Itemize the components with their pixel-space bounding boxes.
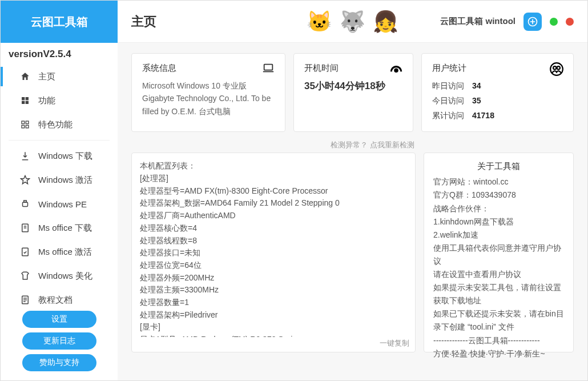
nav-label: 功能: [38, 95, 55, 106]
stats-label: 昨日访问: [432, 79, 472, 93]
changelog-button[interactable]: 更新日志: [22, 332, 96, 350]
version-label: versionV2.5.4: [1, 43, 118, 65]
support-button[interactable]: 赞助与支持: [22, 354, 96, 371]
tool-label: 教程文档: [38, 295, 73, 306]
stats-row-today: 今日访问35: [432, 94, 563, 108]
users-icon: [549, 62, 564, 77]
minimize-button[interactable]: [550, 18, 558, 26]
brand-label: 云图工具箱 wintool: [440, 16, 515, 27]
svg-rect-3: [26, 101, 29, 104]
boot-value: 35小时44分钟18秒: [304, 79, 402, 93]
stats-label: 今日访问: [432, 94, 472, 108]
shirt-icon: [19, 270, 31, 282]
svg-rect-8: [23, 202, 28, 207]
redetect-link[interactable]: 点我重新检测: [370, 141, 414, 149]
stats-row-yesterday: 昨日访问34: [432, 79, 563, 93]
svg-rect-11: [22, 248, 29, 256]
divider: [9, 140, 110, 141]
file-text-icon: [19, 294, 31, 306]
home-icon: [19, 70, 31, 83]
sidebar-title: 云图工具箱: [1, 1, 118, 43]
close-button[interactable]: [566, 18, 574, 26]
stats-value: 35: [472, 94, 481, 108]
svg-point-18: [557, 66, 560, 69]
tool-label: Windows 美化: [38, 271, 92, 282]
apps-icon: [19, 118, 31, 131]
page-title: 主页: [131, 13, 156, 30]
mascot-2-icon: 🐺: [337, 6, 369, 38]
config-box: 本机配置列表： [处理器] 处理器型号=AMD FX(tm)-8300 Eigh…: [131, 153, 416, 352]
copy-button[interactable]: 一键复制: [380, 338, 409, 348]
nav-label: 主页: [38, 71, 55, 82]
topbar-right: 云图工具箱 wintool: [440, 13, 574, 31]
tool-windows-beautify[interactable]: Windows 美化: [1, 264, 118, 288]
svg-rect-2: [22, 101, 25, 104]
mascot-3-icon: 👧: [370, 6, 402, 38]
stats-label: 累计访问: [432, 109, 472, 123]
nav-features[interactable]: 功能: [1, 89, 118, 113]
svg-rect-4: [22, 121, 25, 124]
sidebar: 云图工具箱 versionV2.5.4 主页 功能 特色功能 Windows 下…: [1, 1, 118, 381]
tool-office-activate[interactable]: Ms office 激活: [1, 240, 118, 264]
tool-label: Ms office 激活: [38, 247, 92, 258]
nav-label: 特色功能: [38, 119, 73, 130]
svg-rect-5: [26, 121, 29, 124]
config-text[interactable]: 本机配置列表： [处理器] 处理器型号=AMD FX(tm)-8300 Eigh…: [140, 160, 407, 337]
grid-icon: [19, 94, 31, 107]
settings-button[interactable]: 设置: [22, 311, 96, 328]
detect-label: 检测异常？: [331, 141, 368, 149]
brand-icon: [523, 13, 542, 31]
tool-label: Windows 下载: [38, 151, 92, 162]
tool-office-download[interactable]: Ms office 下载: [1, 216, 118, 240]
about-box: 关于工具箱 官方网站：wintool.cc 官方Q群：1093439078 战略…: [424, 153, 574, 352]
boot-card: 开机时间 35小时44分钟18秒: [293, 53, 413, 132]
nav-special[interactable]: 特色功能: [1, 113, 118, 137]
download-icon: [19, 150, 31, 162]
stats-value: 41718: [472, 109, 494, 123]
svg-rect-0: [22, 97, 25, 100]
tool-label: Ms office 下载: [38, 223, 92, 234]
stats-value: 34: [472, 79, 481, 93]
svg-point-16: [550, 63, 563, 75]
usb-icon: [19, 198, 31, 210]
tool-windows-activate[interactable]: Windows 激活: [1, 168, 118, 192]
stats-card: 用户统计 昨日访问34 今日访问35 累计访问41718: [421, 53, 574, 132]
gauge-icon: [389, 62, 404, 77]
nav-home[interactable]: 主页: [1, 65, 118, 89]
svg-rect-9: [24, 200, 27, 202]
svg-rect-14: [264, 65, 273, 70]
about-title: 关于工具箱: [433, 161, 564, 172]
laptop-icon: [261, 62, 276, 74]
content-area: 主页 🐱 🐺 👧 云图工具箱 wintool 系统信息 Microsoft Wi…: [118, 1, 587, 380]
svg-rect-6: [22, 125, 25, 128]
cards-row: 系统信息 Microsoft Windows 10 专业版 Gigabyte T…: [118, 43, 587, 132]
sysinfo-text: Microsoft Windows 10 专业版 Gigabyte Techno…: [142, 79, 275, 118]
mascot-row: 🐱 🐺 👧: [304, 6, 402, 38]
stats-title: 用户统计: [432, 63, 563, 74]
about-text: 官方网站：wintool.cc 官方Q群：1093439078 战略合作伙伴： …: [433, 175, 564, 360]
svg-rect-7: [26, 125, 29, 128]
topbar: 主页 🐱 🐺 👧 云图工具箱 wintool: [118, 1, 587, 43]
document-icon: [19, 222, 31, 234]
tool-windows-pe[interactable]: Windows PE: [1, 192, 118, 216]
below-row: 检测异常？ 点我重新检测 本机配置列表： [处理器] 处理器型号=AMD FX(…: [118, 132, 587, 363]
star-icon: [19, 174, 31, 186]
sysinfo-title: 系统信息: [142, 63, 275, 74]
detect-bar: 检测异常？ 点我重新检测: [131, 138, 416, 153]
boot-title: 开机时间: [304, 63, 402, 74]
svg-point-15: [395, 69, 397, 71]
svg-rect-1: [26, 97, 29, 100]
document-check-icon: [19, 246, 31, 258]
tool-label: Windows PE: [38, 199, 87, 209]
svg-point-17: [553, 66, 556, 69]
tool-label: Windows 激活: [38, 175, 92, 186]
sysinfo-card: 系统信息 Microsoft Windows 10 专业版 Gigabyte T…: [131, 53, 285, 132]
tool-docs[interactable]: 教程文档: [1, 288, 118, 312]
mascot-1-icon: 🐱: [304, 6, 336, 38]
sidebar-bottom-buttons: 设置 更新日志 赞助与支持: [1, 311, 118, 371]
tool-windows-download[interactable]: Windows 下载: [1, 144, 118, 168]
stats-row-total: 累计访问41718: [432, 109, 563, 123]
config-column: 检测异常？ 点我重新检测 本机配置列表： [处理器] 处理器型号=AMD FX(…: [131, 138, 416, 352]
